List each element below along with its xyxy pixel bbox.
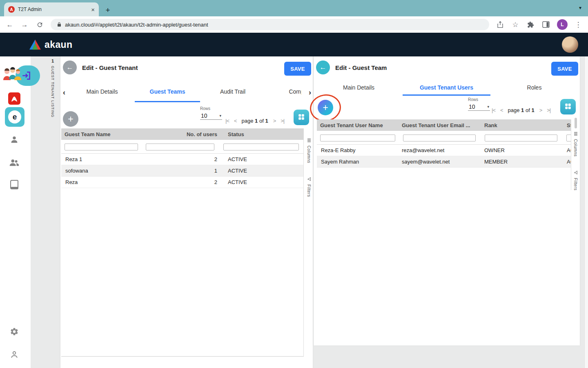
- reload-icon[interactable]: [35, 21, 44, 28]
- filter-input-user-email[interactable]: [403, 135, 476, 141]
- back-icon[interactable]: ←: [6, 21, 14, 28]
- save-button[interactable]: SAVE: [551, 62, 578, 76]
- tabs-scroll-left-icon[interactable]: ‹: [63, 88, 65, 97]
- gear-icon: [10, 330, 19, 337]
- table-row[interactable]: Reza 1 2 ACTIVE: [61, 154, 303, 165]
- col-header-rank[interactable]: Rank: [480, 122, 562, 128]
- columns-label: Columns: [307, 146, 311, 163]
- browser-menu-icon[interactable]: ⋮: [574, 21, 582, 28]
- browser-profile-avatar[interactable]: L: [557, 19, 568, 30]
- tab-audit-trail[interactable]: Audit Trail: [200, 83, 265, 102]
- grid-view-button[interactable]: [294, 110, 309, 125]
- listing-index: 1: [49, 58, 57, 63]
- prev-page-icon[interactable]: <: [234, 118, 237, 124]
- first-page-icon[interactable]: |<: [225, 118, 229, 124]
- next-page-icon[interactable]: >: [273, 118, 276, 124]
- rows-per-page-select[interactable]: Rows 10 ▾: [200, 106, 222, 120]
- sidebar-item-journal[interactable]: [10, 180, 18, 191]
- filter-input-user-name[interactable]: [320, 135, 395, 141]
- last-page-icon[interactable]: >|: [281, 118, 284, 124]
- browser-tab[interactable]: A T2T Admin ×: [4, 2, 99, 16]
- sidebar-item-guest-tenant[interactable]: [2, 64, 40, 88]
- tab-main-details[interactable]: Main Details: [315, 80, 403, 96]
- filter-funnel-icon: [305, 177, 312, 181]
- col-header-status[interactable]: Status: [562, 122, 571, 128]
- tab-close-icon[interactable]: ×: [91, 6, 95, 13]
- panel-scrollbar-thumb[interactable]: [575, 118, 577, 128]
- rows-per-page-select[interactable]: Rows 10 ▾: [468, 97, 490, 111]
- share-icon[interactable]: [496, 21, 505, 28]
- sidebar-item-e-applet[interactable]: e: [5, 107, 24, 127]
- side-panel-icon[interactable]: [541, 21, 550, 28]
- filter-input-guest-team-name[interactable]: [65, 144, 138, 150]
- table-filter-row: [317, 131, 571, 145]
- e-logo-icon: e: [8, 110, 21, 123]
- sidebar-item-users[interactable]: [9, 158, 20, 168]
- table-row[interactable]: Reza 2 ACTIVE: [61, 177, 303, 188]
- col-header-user-email[interactable]: Guest Tenant User Email ...: [399, 122, 480, 128]
- of-word: of: [259, 118, 264, 124]
- page-number: 1: [521, 107, 524, 113]
- filters-rail-button[interactable]: Filters: [307, 175, 311, 197]
- sidebar-item-red-app[interactable]: [8, 92, 20, 106]
- sidebar-item-settings[interactable]: [10, 327, 19, 338]
- add-guest-tenant-user-button[interactable]: +: [318, 100, 333, 115]
- table-row[interactable]: Sayem Rahman sayem@wavelet.net MEMBER AC…: [317, 156, 571, 168]
- filter-input-no-of-users[interactable]: [146, 144, 214, 150]
- chevron-down-icon: ▾: [487, 105, 489, 109]
- page-word: page: [242, 118, 254, 124]
- extensions-puzzle-icon[interactable]: [526, 21, 535, 28]
- back-button[interactable]: ←: [63, 61, 77, 74]
- tab-strip-chevron-icon[interactable]: ▾: [579, 5, 581, 11]
- page-total: 1: [531, 107, 534, 113]
- tab-roles[interactable]: Roles: [490, 80, 578, 96]
- listing-rail[interactable]: 1 GUEST TENANT LISTING: [49, 58, 57, 118]
- person-icon: [10, 138, 19, 145]
- prev-page-icon[interactable]: <: [500, 107, 503, 113]
- table-row[interactable]: Reza-E Rabby reza@wavelet.net OWNER ACTI…: [317, 145, 571, 156]
- grid-view-button[interactable]: [560, 99, 576, 114]
- akaun-logo[interactable]: akaun: [29, 39, 72, 50]
- cell-status: ACTIVE: [562, 147, 571, 153]
- col-header-guest-team-name[interactable]: Guest Team Name: [61, 131, 141, 137]
- save-button[interactable]: SAVE: [284, 62, 311, 76]
- user-avatar[interactable]: [562, 36, 578, 53]
- listing-label: GUEST TENANT LISTING: [51, 66, 55, 118]
- col-header-status[interactable]: Status: [219, 131, 303, 137]
- filters-rail-button[interactable]: Filters: [573, 169, 578, 191]
- app-sidebar: e: [0, 56, 31, 368]
- first-page-icon[interactable]: |<: [492, 107, 495, 113]
- tabs-scroll-right-icon[interactable]: ›: [309, 88, 311, 97]
- last-page-icon[interactable]: >|: [547, 107, 550, 113]
- columns-rail-button[interactable]: Columns: [306, 137, 311, 163]
- forward-icon[interactable]: →: [20, 21, 29, 28]
- cell-users: 1: [141, 168, 219, 174]
- bookmark-star-icon[interactable]: ☆: [511, 21, 519, 28]
- page-word: page: [508, 107, 520, 113]
- cell-status: ACTIVE: [219, 156, 303, 162]
- col-header-no-of-users[interactable]: No. of users: [141, 131, 219, 137]
- tab-main-details[interactable]: Main Details: [69, 83, 135, 102]
- page-scrollbar[interactable]: [584, 56, 588, 368]
- filter-input-status[interactable]: [223, 144, 299, 150]
- cell-team-name: sofowana: [61, 168, 141, 174]
- table-row[interactable]: sofowana 1 ACTIVE: [61, 165, 303, 177]
- url-box[interactable]: akaun.cloud/#/applet/t2t/akaun/t2t-admin…: [51, 19, 489, 30]
- cell-status: ACTIVE: [562, 159, 571, 165]
- filters-label: Filters: [573, 178, 578, 191]
- sidebar-item-profile[interactable]: [10, 350, 19, 361]
- add-guest-team-button[interactable]: +: [63, 111, 78, 127]
- tab-guest-teams[interactable]: Guest Teams: [135, 83, 200, 102]
- back-button[interactable]: ←: [316, 61, 330, 74]
- col-header-user-name[interactable]: Guest Tenant User Name: [317, 122, 399, 128]
- next-page-icon[interactable]: >: [539, 107, 542, 113]
- filter-input-status[interactable]: [566, 135, 571, 141]
- filter-input-rank[interactable]: [485, 135, 557, 141]
- sidebar-item-user[interactable]: [10, 135, 19, 146]
- tab-company[interactable]: Compa: [265, 83, 301, 102]
- person-outline-icon: [10, 353, 19, 360]
- tab-guest-tenant-users[interactable]: Guest Tenant Users: [403, 80, 490, 96]
- red-app-icon: [8, 99, 20, 106]
- columns-rail-button[interactable]: Columns: [573, 130, 578, 157]
- new-tab-button[interactable]: +: [102, 4, 114, 16]
